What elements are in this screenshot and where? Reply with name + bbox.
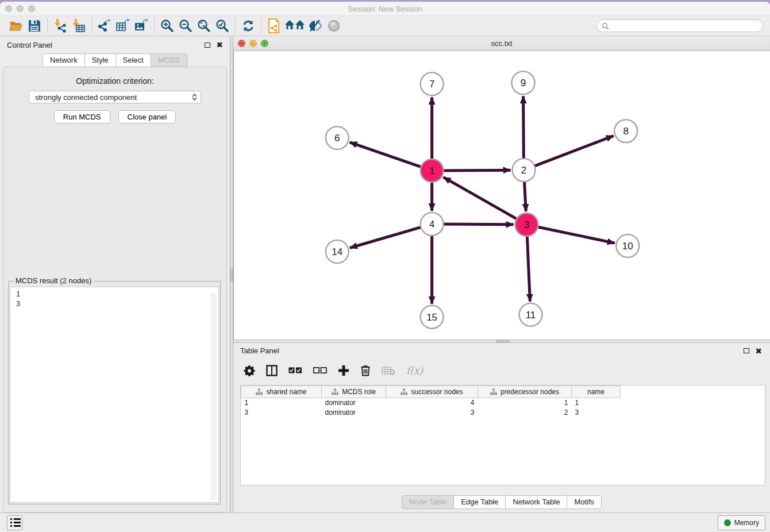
task-history-icon[interactable] [7, 515, 22, 530]
graph-node[interactable]: 11 [519, 303, 542, 326]
zoom-selected-icon[interactable] [213, 17, 232, 34]
cell-shared-name[interactable]: 3 [241, 408, 322, 418]
import-table-icon[interactable] [70, 17, 88, 34]
graph-node[interactable]: 6 [326, 126, 349, 149]
graph-node[interactable]: 2 [512, 159, 535, 182]
network-from-document-icon[interactable] [265, 17, 283, 34]
graph-node-label: 9 [521, 78, 526, 88]
zoom-out-icon[interactable] [176, 17, 195, 34]
minimize-network-icon[interactable]: − [249, 40, 257, 47]
splitter-grip[interactable] [230, 269, 233, 282]
column-header[interactable]: shared name [241, 386, 322, 398]
refresh-icon[interactable] [239, 17, 257, 34]
graph-node[interactable]: 7 [421, 72, 444, 95]
status-bar: Memory [0, 512, 770, 532]
cell-predecessor-nodes[interactable]: 1 [478, 398, 572, 408]
open-session-icon[interactable] [7, 17, 25, 34]
run-mcds-button[interactable]: Run MCDS [54, 110, 110, 124]
select-all-icon[interactable] [288, 367, 302, 374]
memory-button[interactable]: Memory [718, 515, 765, 530]
cell-name[interactable]: 1 [572, 398, 621, 408]
import-network-icon[interactable] [51, 17, 70, 34]
tab-node-table[interactable]: Node Table [402, 495, 455, 509]
network-canvas[interactable]: 7968124314101511 [233, 51, 770, 340]
column-type-icon [256, 388, 263, 395]
graph-edge[interactable] [350, 142, 432, 171]
cell-predecessor-nodes[interactable]: 2 [478, 408, 572, 418]
node-table[interactable]: shared name MCDS role successor nodes pr… [240, 385, 765, 485]
memory-label: Memory [734, 519, 759, 527]
network-window: × − + scc.txt 7968124314101511 [233, 36, 770, 340]
graph-edge[interactable] [444, 177, 527, 225]
graph-node[interactable]: 1 [421, 159, 444, 182]
table-panel: Table Panel ✖ [233, 343, 770, 512]
tab-motifs[interactable]: Motifs [567, 495, 602, 509]
tab-edge-table[interactable]: Edge Table [453, 495, 506, 509]
graph-node[interactable]: 10 [616, 234, 639, 257]
zoom-in-icon[interactable] [158, 17, 176, 34]
export-network-icon[interactable] [95, 17, 114, 34]
float-icon[interactable] [744, 348, 749, 353]
close-panel-button[interactable]: Close panel [118, 110, 176, 124]
function-icon[interactable]: f(x) [406, 365, 423, 376]
result-scrollbar[interactable] [211, 293, 217, 500]
export-image-icon[interactable] [132, 17, 151, 34]
column-header[interactable]: successor nodes [386, 386, 478, 398]
column-type-icon [332, 388, 338, 395]
cell-successor-nodes[interactable]: 3 [386, 408, 478, 418]
mcds-result-text[interactable]: 1 3 [10, 287, 219, 503]
float-icon[interactable] [205, 43, 210, 48]
cell-mcds-role[interactable]: dominator [322, 398, 386, 408]
graph-node[interactable]: 9 [511, 71, 534, 94]
close-icon[interactable]: ✖ [755, 348, 762, 354]
network-graph[interactable]: 7968124314101511 [234, 51, 770, 340]
birds-eye-view-icon[interactable] [325, 17, 343, 34]
title-bar: Session: New Session [0, 2, 770, 16]
close-icon[interactable]: ✖ [216, 42, 223, 48]
export-table-icon[interactable] [114, 17, 132, 34]
tab-mcds[interactable]: MCDS [151, 53, 187, 67]
deselect-all-icon[interactable] [313, 367, 327, 374]
column-header[interactable]: predecessor nodes [478, 386, 572, 398]
search-input[interactable] [612, 22, 758, 30]
cell-successor-nodes[interactable]: 4 [386, 398, 478, 408]
delete-table-icon[interactable] [382, 366, 395, 375]
zoom-network-icon[interactable]: + [261, 40, 268, 47]
table-row[interactable]: 1 dominator 4 1 1 [241, 398, 621, 408]
cell-mcds-role[interactable]: dominator [322, 408, 386, 418]
result-line: 1 [16, 289, 213, 299]
columns-icon[interactable] [266, 365, 278, 376]
graph-node[interactable]: 3 [515, 213, 538, 236]
cell-name[interactable]: 3 [572, 408, 621, 418]
graph-node[interactable]: 14 [326, 240, 349, 263]
splitter-grip[interactable] [496, 340, 509, 342]
tab-select[interactable]: Select [116, 53, 151, 67]
tab-style[interactable]: Style [84, 53, 116, 67]
graph-node[interactable]: 8 [614, 119, 637, 142]
control-panel: Control Panel ✖ Network Style Select MCD… [0, 36, 230, 512]
graph-node[interactable]: 15 [421, 306, 444, 329]
tab-network-table[interactable]: Network Table [505, 495, 567, 509]
graph-edge[interactable] [350, 224, 432, 248]
column-header[interactable]: MCDS role [322, 386, 386, 398]
table-row[interactable]: 3 dominator 3 2 3 [241, 408, 621, 418]
search-field[interactable] [596, 20, 763, 32]
graph-edge[interactable] [526, 225, 614, 243]
graph-node[interactable]: 4 [421, 213, 444, 236]
criterion-dropdown[interactable]: strongly connected component [29, 91, 201, 103]
trash-icon[interactable] [360, 365, 371, 376]
home-icon[interactable] [283, 17, 306, 34]
gear-icon[interactable] [244, 365, 255, 376]
hide-graphics-details-icon[interactable] [306, 17, 325, 34]
horizontal-splitter[interactable] [233, 340, 770, 343]
save-session-icon[interactable] [25, 17, 44, 34]
add-icon[interactable] [338, 365, 349, 376]
column-header[interactable]: name [572, 386, 621, 398]
graph-edge[interactable] [523, 136, 613, 170]
cell-shared-name[interactable]: 1 [241, 398, 322, 408]
close-network-icon[interactable]: × [238, 40, 245, 47]
graph-edge[interactable] [432, 224, 514, 225]
tab-network[interactable]: Network [43, 53, 85, 67]
table-toolbar: f(x) [233, 358, 770, 383]
zoom-fit-icon[interactable] [195, 17, 213, 34]
